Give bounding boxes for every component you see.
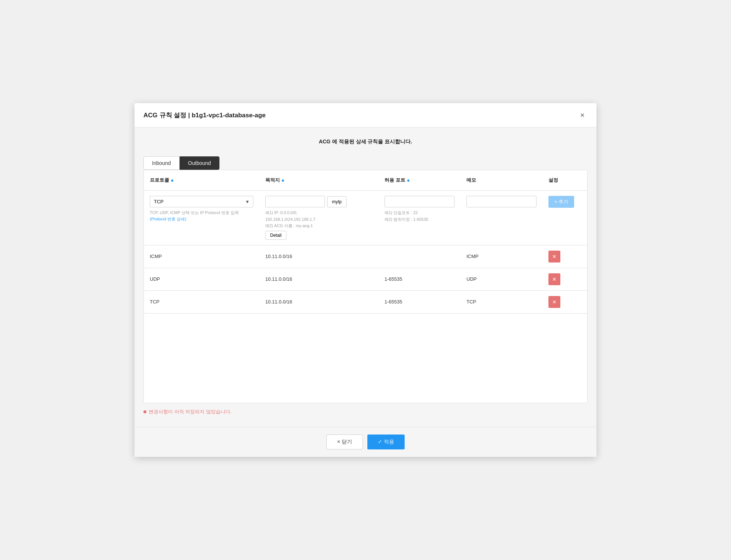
row1-memo: ICMP [461,248,542,264]
row3-destination: 10.11.0.0/16 [259,294,379,310]
protocol-hint: TCP, UDP, ICMP 선택 또는 IP Protocol 번호 입력 (… [150,210,253,222]
destination-required: ● [281,177,284,183]
tab-inbound[interactable]: Inbound [143,156,180,170]
row3-protocol: TCP [144,294,259,310]
th-settings: 설정 [542,174,587,187]
dialog-title: ACG 규칙 설정 | b1g1-vpc1-database-age [143,111,266,120]
th-allow-port: 허용 포트 ● [379,174,461,187]
memo-input[interactable] [466,196,537,207]
destination-input-group: myIp [265,196,373,207]
row2-port: 1-65535 [379,271,461,287]
row1-action: ✕ [542,245,587,268]
dialog: ACG 규칙 설정 | b1g1-vpc1-database-age × ACG… [135,103,596,457]
table-row: TCP 10.11.0.0/16 1-65535 TCP ✕ [144,291,587,314]
tab-outbound[interactable]: Outbound [180,156,220,170]
port-hint: 예1) 단일포트 : 22 예2) 범위지정 : 1-65535 [385,210,455,223]
warning-message: 변경사항이 아직 저장되지 않았습니다. [143,408,588,415]
delete-row2-button[interactable]: ✕ [548,273,560,285]
destination-input[interactable] [265,196,325,207]
table-header-row: 프로토콜 ● 목적지 ● 허용 포트 ● 메모 설정 [144,170,587,191]
dialog-header: ACG 규칙 설정 | b1g1-vpc1-database-age × [135,103,596,127]
resource-name: b1g1-vpc1-database-age [192,112,265,119]
dialog-body: ACG 에 적용된 상세 규칙을 표시합니다. Inbound Outbound… [135,127,596,427]
protocol-select-wrapper: TCP UDP ICMP IP Protocol ▼ [150,196,253,207]
warning-dot-icon [143,410,146,413]
destination-hint: 예1) IP: 0.0.0.0/0, 192.168.1.0/24,192.16… [265,210,373,229]
myip-button[interactable]: myIp [327,196,346,207]
memo-cell [461,196,542,207]
row1-protocol: ICMP [144,248,259,264]
protocol-cell: TCP UDP ICMP IP Protocol ▼ TCP, UDP, ICM… [144,196,259,222]
empty-area [144,314,587,403]
apply-button[interactable]: ✓ 적용 [367,435,405,449]
port-cell: 예1) 단일포트 : 22 예2) 범위지정 : 1-65535 [379,196,461,223]
title-text: ACG 규칙 설정 [143,112,186,119]
delete-row1-button[interactable]: ✕ [548,251,560,262]
protocol-select[interactable]: TCP UDP ICMP IP Protocol [150,196,253,207]
row2-protocol: UDP [144,271,259,287]
close-button[interactable]: × [577,110,588,120]
th-destination: 목적지 ● [259,174,379,187]
th-protocol: 프로토콜 ● [144,174,259,187]
row2-memo: UDP [461,271,542,287]
destination-cell: myIp 예1) IP: 0.0.0.0/0, 192.168.1.0/24,1… [259,196,379,240]
detail-button[interactable]: Detail [265,231,287,240]
subtitle: ACG 에 적용된 상세 규칙을 표시합니다. [143,139,588,145]
row3-action: ✕ [542,291,587,313]
input-row: TCP UDP ICMP IP Protocol ▼ TCP, UDP, ICM… [144,191,587,245]
row3-port: 1-65535 [379,294,461,310]
protocol-required: ● [171,177,174,183]
delete-row3-button[interactable]: ✕ [548,296,560,308]
row3-memo: TCP [461,294,542,310]
row2-destination: 10.11.0.0/16 [259,271,379,287]
tab-bar: Inbound Outbound [143,156,588,170]
table-row: ICMP 10.11.0.0/16 ICMP ✕ [144,245,587,268]
add-cell: + 추가 [542,196,587,208]
dialog-footer: × 닫기 ✓ 적용 [135,427,596,457]
th-memo: 메모 [461,174,542,187]
protocol-detail-link[interactable]: (Protocol 번호 상세) [150,217,186,221]
allow-port-required: ● [407,177,410,183]
cancel-button[interactable]: × 닫기 [326,435,363,449]
port-input[interactable] [385,196,455,207]
row1-port [379,251,461,262]
row1-destination: 10.11.0.0/16 [259,248,379,264]
rules-table: 프로토콜 ● 목적지 ● 허용 포트 ● 메모 설정 [143,170,588,403]
row2-action: ✕ [542,268,587,290]
table-row: UDP 10.11.0.0/16 1-65535 UDP ✕ [144,268,587,291]
add-rule-button[interactable]: + 추가 [548,196,574,208]
